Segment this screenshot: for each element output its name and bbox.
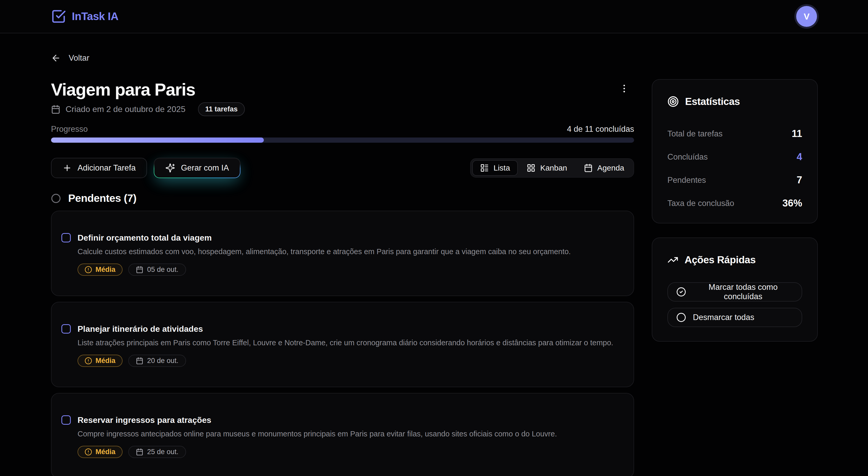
mark-all-label: Marcar todas como concluídas <box>693 282 793 301</box>
task-title: Definir orçamento total da viagem <box>78 233 615 243</box>
calendar-icon <box>584 163 593 172</box>
unmark-all-button[interactable]: Desmarcar todas <box>668 308 802 327</box>
main-content: Voltar Viagem para Paris Criado em 2 de … <box>51 53 634 476</box>
trending-up-icon <box>668 255 678 265</box>
circle-icon <box>51 194 61 203</box>
back-button[interactable]: Voltar <box>51 53 89 63</box>
due-date-label: 25 de out. <box>147 448 179 456</box>
alert-circle-icon <box>85 357 92 364</box>
task-count-badge: 11 tarefas <box>198 102 245 116</box>
task-card: Reservar ingressos para atrações Compre … <box>51 393 634 476</box>
target-icon <box>668 96 679 107</box>
more-options-button[interactable] <box>614 81 634 96</box>
priority-badge: Média <box>78 446 123 458</box>
stats-card: Estatísticas Total de tarefas 11 Concluí… <box>652 79 818 224</box>
due-date-label: 05 de out. <box>147 266 179 274</box>
check-square-icon <box>51 9 66 24</box>
app-name: InTask IA <box>72 10 118 23</box>
kebab-icon <box>619 83 629 94</box>
mark-all-completed-button[interactable]: Marcar todas como concluídas <box>668 282 802 301</box>
task-title: Reservar ingressos para atrações <box>78 415 615 425</box>
back-label: Voltar <box>69 53 89 63</box>
pending-section-title: Pendentes (7) <box>68 192 136 204</box>
view-toggle: Lista Kanban <box>470 158 634 178</box>
plus-icon <box>62 163 72 173</box>
quick-actions-card: Ações Rápidas Marcar todas como concluíd… <box>652 237 818 341</box>
kanban-grid-icon <box>527 163 535 172</box>
task-checkbox[interactable] <box>61 324 71 333</box>
add-task-button[interactable]: Adicionar Tarefa <box>51 158 147 178</box>
progress-status: 4 de 11 concluídas <box>567 124 634 134</box>
task-checkbox[interactable] <box>61 233 71 242</box>
alert-circle-icon <box>85 448 92 456</box>
add-task-label: Adicionar Tarefa <box>78 163 135 173</box>
sidebar: Estatísticas Total de tarefas 11 Concluí… <box>652 53 818 476</box>
stat-value: 11 <box>792 128 802 139</box>
progress-section: Progresso 4 de 11 concluídas <box>51 124 634 143</box>
calendar-icon <box>136 357 143 364</box>
task-description: Calcule custos estimados com voo, hosped… <box>78 246 615 257</box>
alert-circle-icon <box>85 266 92 273</box>
created-date-text: Criado em 2 de outubro de 2025 <box>66 105 186 114</box>
priority-label: Média <box>95 448 116 456</box>
priority-label: Média <box>95 266 116 274</box>
progress-fill <box>51 138 264 143</box>
task-description: Compre ingressos antecipados online para… <box>78 429 615 439</box>
stat-label: Pendentes <box>668 176 706 185</box>
stat-row-rate: Taxa de conclusão 36% <box>668 198 802 209</box>
priority-badge: Média <box>78 264 123 276</box>
progress-label: Progresso <box>51 124 88 134</box>
avatar-initial: V <box>804 11 810 22</box>
task-title: Planejar itinerário de atividades <box>78 324 615 334</box>
generate-ai-label: Gerar com IA <box>181 163 229 173</box>
priority-label: Média <box>95 357 116 365</box>
view-tab-label: Lista <box>494 163 510 172</box>
stat-row-pending: Pendentes 7 <box>668 175 802 186</box>
stat-value: 7 <box>797 175 802 186</box>
list-icon <box>480 163 489 172</box>
view-tab-label: Kanban <box>540 163 567 172</box>
calendar-icon <box>51 105 60 114</box>
calendar-icon <box>136 266 143 273</box>
progress-bar <box>51 138 634 143</box>
sparkles-icon <box>165 163 175 173</box>
task-description: Liste atrações principais em Paris como … <box>78 338 615 348</box>
stat-label: Taxa de conclusão <box>668 199 734 208</box>
task-card: Planejar itinerário de atividades Liste … <box>51 302 634 387</box>
unmark-all-label: Desmarcar todas <box>693 313 754 322</box>
stat-value: 4 <box>797 151 802 162</box>
task-card: Definir orçamento total da viagem Calcul… <box>51 211 634 296</box>
due-date-chip: 25 de out. <box>128 446 186 458</box>
due-date-chip: 05 de out. <box>128 264 186 276</box>
stat-row-total: Total de tarefas 11 <box>668 128 802 139</box>
quick-actions-title: Ações Rápidas <box>685 254 755 266</box>
view-tab-kanban[interactable]: Kanban <box>519 160 575 176</box>
page-title: Viagem para Paris <box>51 80 195 99</box>
stat-label: Concluídas <box>668 152 708 162</box>
view-tab-lista[interactable]: Lista <box>472 160 518 176</box>
due-date-label: 20 de out. <box>147 357 179 365</box>
pending-section-header: Pendentes (7) <box>51 192 634 204</box>
task-checkbox[interactable] <box>61 415 71 425</box>
stat-value: 36% <box>782 198 802 209</box>
arrow-left-icon <box>51 53 61 63</box>
generate-ai-button[interactable]: Gerar com IA <box>154 158 240 178</box>
view-tab-agenda[interactable]: Agenda <box>576 160 632 176</box>
stats-title: Estatísticas <box>685 96 740 107</box>
stat-label: Total de tarefas <box>668 129 722 139</box>
check-circle-icon <box>676 287 686 297</box>
top-navbar: InTask IA V <box>0 0 868 33</box>
project-meta: Criado em 2 de outubro de 2025 11 tarefa… <box>51 102 634 116</box>
due-date-chip: 20 de out. <box>128 355 186 367</box>
priority-badge: Média <box>78 355 123 367</box>
avatar[interactable]: V <box>796 6 817 27</box>
view-tab-label: Agenda <box>597 163 624 172</box>
circle-icon <box>676 313 686 322</box>
app-logo[interactable]: InTask IA <box>51 9 118 24</box>
calendar-icon <box>136 448 143 456</box>
stat-row-completed: Concluídas 4 <box>668 151 802 162</box>
